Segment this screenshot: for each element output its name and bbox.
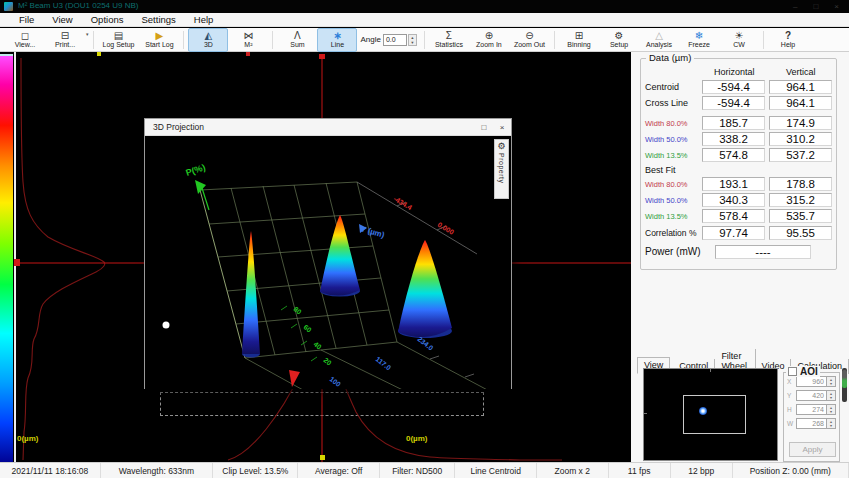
app-icon bbox=[4, 2, 13, 11]
gain-slider[interactable] bbox=[842, 368, 847, 402]
column-header-vertical: Vertical bbox=[770, 67, 833, 77]
toolbar-separator bbox=[183, 31, 184, 49]
aoi-h-input[interactable]: 274 ▴▾ bbox=[796, 404, 836, 415]
aoi-w-spinner[interactable]: ▴▾ bbox=[826, 419, 835, 428]
angle-spinner[interactable]: ▴ ▾ bbox=[408, 34, 417, 46]
preview-aoi-rect[interactable] bbox=[683, 395, 746, 434]
3d-projection-window[interactable]: 3D Projection □ × ⚙ Property bbox=[144, 118, 512, 389]
maximize-icon[interactable]: □ bbox=[813, 1, 818, 12]
title-bar: M² Beam U3 (DOU1 0254 U9 NB) – □ × bbox=[0, 0, 849, 13]
crosshair-left-marker bbox=[14, 259, 20, 266]
property-tab[interactable]: ⚙ Property bbox=[494, 139, 509, 199]
angle-label: Angle bbox=[360, 35, 380, 44]
zoom-in-button[interactable]: ⊕ Zoom In bbox=[469, 28, 509, 52]
table-row: Power (mW) ---- bbox=[645, 243, 836, 260]
m2-button[interactable]: ⋈ M² bbox=[228, 28, 268, 52]
statistics-button[interactable]: Σ Statistics bbox=[429, 28, 469, 52]
zoom-out-icon: ⊖ bbox=[525, 30, 533, 41]
ruler-marker-red[interactable] bbox=[246, 52, 250, 56]
menu-options[interactable]: Options bbox=[82, 13, 133, 26]
projection-maximize-icon[interactable]: □ bbox=[475, 120, 493, 135]
cw-button[interactable]: ☀ CW bbox=[719, 28, 759, 52]
analysis-button[interactable]: △ Analysis bbox=[639, 28, 679, 52]
toolbar-separator bbox=[424, 31, 425, 49]
ruler-marker-yellow[interactable] bbox=[97, 52, 101, 56]
aoi-x-spinner[interactable]: ▴▾ bbox=[826, 377, 835, 386]
crosshair-top-marker bbox=[319, 54, 325, 59]
angle-control: Angle 0.0 ▴ ▾ bbox=[360, 34, 416, 46]
menu-view[interactable]: View bbox=[43, 13, 81, 26]
preview-tick bbox=[710, 369, 711, 372]
status-wavelength: Wavelength: 633nm bbox=[101, 463, 213, 478]
camera-preview[interactable] bbox=[643, 368, 778, 461]
menu-settings[interactable]: Settings bbox=[132, 13, 184, 26]
power-value: ---- bbox=[715, 245, 811, 259]
table-row: Width 80.0% 193.1 178.8 bbox=[645, 176, 836, 192]
preview-tick bbox=[644, 413, 647, 414]
print-button[interactable]: ⊟ Print... bbox=[45, 28, 85, 52]
aoi-y-spinner[interactable]: ▴▾ bbox=[826, 391, 835, 400]
toolbar: ◻ View... ⊟ Print... ▾ ▤ Log Setup ▶ Sta… bbox=[0, 28, 849, 52]
apply-button[interactable]: Apply bbox=[789, 442, 836, 457]
svg-text:60: 60 bbox=[302, 323, 313, 333]
projection-close-icon[interactable]: × bbox=[493, 120, 511, 135]
correlation-horizontal: 97.74 bbox=[702, 226, 765, 240]
statistics-icon: Σ bbox=[446, 30, 452, 41]
menu-file[interactable]: File bbox=[10, 13, 43, 26]
aoi-w-input[interactable]: 268 ▴▾ bbox=[796, 418, 836, 429]
aoi-group: AOI X 960 ▴▾ Y 420 ▴▾ H bbox=[783, 372, 840, 462]
print-dropdown-arrow[interactable]: ▾ bbox=[86, 31, 89, 37]
status-filter: Filter: ND500 bbox=[380, 463, 456, 478]
width80-horizontal: 185.7 bbox=[702, 116, 765, 130]
fit-width80-horizontal: 193.1 bbox=[702, 177, 765, 191]
start-log-button[interactable]: ▶ Start Log bbox=[139, 28, 179, 52]
aoi-checkbox[interactable] bbox=[788, 367, 797, 376]
svg-text:0.000: 0.000 bbox=[436, 221, 455, 236]
help-button[interactable]: ? Help bbox=[768, 28, 808, 52]
table-row: Width 13.5% 578.4 535.7 bbox=[645, 208, 836, 224]
status-bpp: 12 bpp bbox=[671, 463, 733, 478]
status-average: Average: Off bbox=[298, 463, 379, 478]
freeze-snowflake-icon: ❄ bbox=[695, 30, 703, 41]
minimize-icon[interactable]: – bbox=[793, 1, 797, 12]
crossline-vertical: 964.1 bbox=[769, 96, 832, 110]
3d-projection-titlebar[interactable]: 3D Projection □ × bbox=[145, 119, 511, 136]
aoi-y-input[interactable]: 420 ▴▾ bbox=[796, 390, 836, 401]
beam-display[interactable]: 0(µm) 0(µm) 3D Projection □ × ⚙ Property bbox=[0, 52, 631, 462]
spin-down-icon[interactable]: ▾ bbox=[409, 40, 416, 45]
side-panel: Data (µm) Horizontal Vertical Centroid -… bbox=[631, 52, 849, 462]
centroid-horizontal: -594.4 bbox=[702, 80, 765, 94]
sum-button[interactable]: Λ Sum bbox=[277, 28, 317, 52]
status-datetime: 2021/11/11 18:16:08 bbox=[0, 463, 101, 478]
aoi-x-input[interactable]: 960 ▴▾ bbox=[796, 376, 836, 387]
setup-button[interactable]: ⚙ Setup bbox=[599, 28, 639, 52]
status-clip-level: Clip Level: 13.5% bbox=[213, 463, 298, 478]
3d-surface-plot: P(%) 80 60 40 20 -434.4 0.0 bbox=[145, 136, 511, 389]
sum-icon: Λ bbox=[294, 30, 301, 41]
line-button[interactable]: ∗ Line bbox=[317, 28, 357, 52]
aoi-h-spinner[interactable]: ▴▾ bbox=[826, 405, 835, 414]
fit-width50-vertical: 315.2 bbox=[769, 193, 832, 207]
crosshair-bottom-marker bbox=[320, 455, 325, 460]
analysis-icon: △ bbox=[655, 30, 663, 41]
svg-text:20: 20 bbox=[322, 356, 333, 366]
status-position-z: Position Z: 0.00 (mm) bbox=[733, 463, 849, 478]
svg-text:-434.4: -434.4 bbox=[392, 195, 413, 211]
3d-button[interactable]: ◭ 3D bbox=[188, 28, 228, 52]
gain-slider-thumb[interactable] bbox=[842, 370, 847, 388]
status-line-centroid: Line Centroid bbox=[455, 463, 536, 478]
svg-text:117.0: 117.0 bbox=[374, 355, 392, 371]
menu-help[interactable]: Help bbox=[185, 13, 223, 26]
angle-input[interactable]: 0.0 bbox=[383, 34, 407, 46]
table-section-header: Best Fit bbox=[645, 163, 836, 176]
zoom-out-button[interactable]: ⊖ Zoom Out bbox=[509, 28, 550, 52]
3d-projection-canvas[interactable]: ⚙ Property bbox=[145, 136, 511, 389]
printer-icon: ⊟ bbox=[61, 30, 69, 41]
log-setup-button[interactable]: ▤ Log Setup bbox=[98, 28, 140, 52]
view-button[interactable]: ◻ View... bbox=[5, 28, 45, 52]
freeze-button[interactable]: ❄ Freeze bbox=[679, 28, 719, 52]
binning-button[interactable]: ⊞ Binning bbox=[559, 28, 599, 52]
close-icon[interactable]: × bbox=[834, 1, 839, 12]
status-bar: 2021/11/11 18:16:08 Wavelength: 633nm Cl… bbox=[0, 462, 849, 478]
toolbar-separator bbox=[763, 31, 764, 49]
